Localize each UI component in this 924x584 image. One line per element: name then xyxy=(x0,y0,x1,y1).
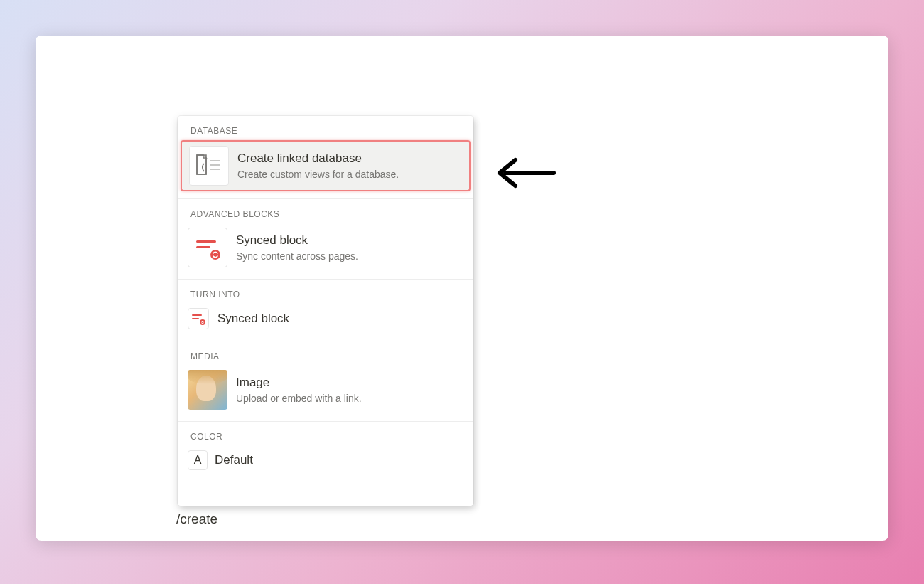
color-swatch-default: A xyxy=(188,450,208,470)
annotation-arrow-icon xyxy=(495,153,557,196)
menu-item-text: Image Upload or embed with a link. xyxy=(236,375,362,405)
svg-rect-2 xyxy=(210,169,220,170)
menu-item-turn-into-synced-block[interactable]: Synced block xyxy=(178,304,473,334)
menu-item-title: Create linked database xyxy=(237,151,399,166)
section-header-advanced-blocks: ADVANCED BLOCKS xyxy=(178,199,473,223)
linked-database-icon xyxy=(189,146,229,186)
menu-item-create-linked-database[interactable]: Create linked database Create custom vie… xyxy=(181,140,471,191)
page-card: DATABASE Create linked database Create c… xyxy=(36,36,888,541)
menu-item-title: Synced block xyxy=(217,311,289,326)
svg-rect-3 xyxy=(196,240,216,243)
section-header-database: DATABASE xyxy=(178,116,473,140)
menu-item-desc: Create custom views for a database. xyxy=(237,168,399,181)
menu-item-synced-block[interactable]: Synced block Sync content across pages. xyxy=(178,223,473,272)
slash-command-input-text[interactable]: /create xyxy=(176,511,217,527)
svg-point-8 xyxy=(200,319,205,325)
section-header-turn-into: TURN INTO xyxy=(178,280,473,304)
menu-item-color-default[interactable]: A Default xyxy=(178,446,473,474)
synced-block-icon xyxy=(188,228,227,267)
slash-command-menu: DATABASE Create linked database Create c… xyxy=(178,116,473,506)
svg-rect-6 xyxy=(192,314,202,316)
menu-item-title: Synced block xyxy=(236,233,358,248)
synced-block-small-icon xyxy=(188,308,209,329)
menu-item-desc: Sync content across pages. xyxy=(236,250,358,262)
menu-item-image[interactable]: Image Upload or embed with a link. xyxy=(178,366,473,414)
menu-item-title: Image xyxy=(236,375,362,391)
svg-rect-7 xyxy=(192,318,199,319)
section-header-media: MEDIA xyxy=(178,341,473,366)
svg-rect-1 xyxy=(210,164,220,166)
menu-item-desc: Upload or embed with a link. xyxy=(236,392,362,405)
menu-item-text: Synced block Sync content across pages. xyxy=(236,233,358,262)
svg-rect-0 xyxy=(210,160,220,161)
svg-rect-4 xyxy=(196,246,210,248)
image-thumbnail-icon xyxy=(188,370,227,410)
svg-point-5 xyxy=(210,250,220,260)
section-header-color: COLOR xyxy=(178,422,473,446)
menu-item-title: Default xyxy=(215,452,253,468)
menu-item-text: Create linked database Create custom vie… xyxy=(237,151,399,181)
